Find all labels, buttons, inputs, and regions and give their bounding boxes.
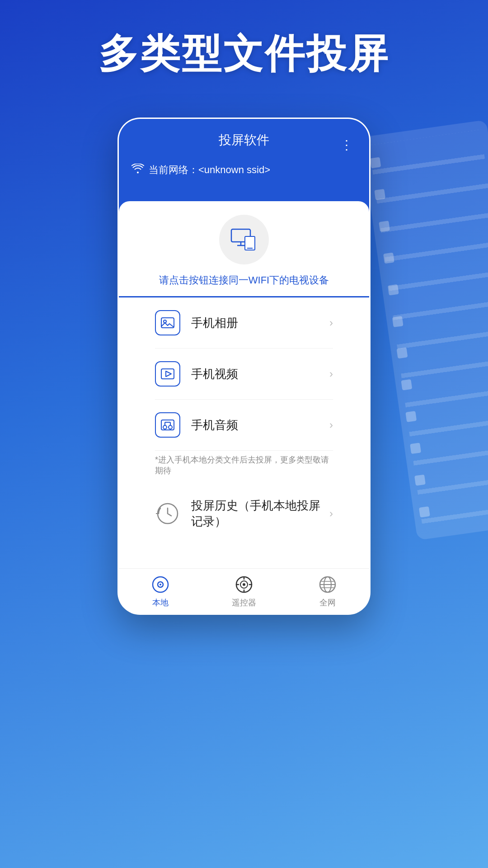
app-title: 投屏软件 xyxy=(219,132,269,149)
video-chevron-icon: › xyxy=(329,368,333,380)
connect-device-button[interactable] xyxy=(219,215,269,264)
svg-point-10 xyxy=(163,425,167,429)
photo-album-item[interactable]: 手机相册 › xyxy=(155,297,333,349)
network-nav-label: 全网 xyxy=(319,597,336,608)
video-label: 手机视频 xyxy=(191,366,329,382)
local-nav-label: 本地 xyxy=(152,597,169,608)
page-title: 多类型文件投屏 xyxy=(0,27,488,81)
bottom-navigation: 本地 遥控器 xyxy=(119,568,369,613)
connect-area: 请点击按钮连接同一WIFI下的电视设备 手机相册 xyxy=(119,188,369,542)
menu-list: 手机相册 › 手机视频 › xyxy=(137,297,351,542)
film-strip-decoration xyxy=(361,120,488,540)
svg-point-11 xyxy=(169,425,172,429)
history-item[interactable]: 投屏历史（手机本地投屏记录） › xyxy=(155,485,333,542)
nav-remote[interactable]: 遥控器 xyxy=(202,575,286,608)
app-header: 投屏软件 ⋮ 当前网络：<unknown ssid> xyxy=(119,119,369,188)
more-menu-button[interactable]: ⋮ xyxy=(337,136,357,154)
photo-chevron-icon: › xyxy=(329,316,333,329)
audio-chevron-icon: › xyxy=(329,419,333,431)
wifi-icon xyxy=(131,164,144,176)
remote-icon xyxy=(234,575,254,594)
connect-inner: 请点击按钮连接同一WIFI下的电视设备 手机相册 xyxy=(119,201,369,542)
remote-nav-label: 遥控器 xyxy=(232,597,256,608)
svg-point-21 xyxy=(243,583,245,586)
nav-local[interactable]: 本地 xyxy=(119,575,202,608)
video-item[interactable]: 手机视频 › xyxy=(155,349,333,400)
svg-point-18 xyxy=(160,584,161,585)
video-icon-box xyxy=(155,361,180,387)
network-status: 当前网络：<unknown ssid> xyxy=(149,163,270,177)
history-icon-box xyxy=(155,501,180,526)
nav-network[interactable]: 全网 xyxy=(286,575,369,608)
connect-prompt-text: 请点击按钮连接同一WIFI下的电视设备 xyxy=(137,274,351,296)
audio-icon-box xyxy=(155,412,180,438)
svg-rect-7 xyxy=(161,369,174,379)
photo-icon-box xyxy=(155,310,180,335)
audio-label: 手机音频 xyxy=(191,417,329,433)
local-icon xyxy=(150,575,170,594)
notice-text: *进入手机本地分类文件后去投屏，更多类型敬请期待 xyxy=(155,451,333,485)
history-chevron-icon: › xyxy=(329,507,333,520)
app-content: 请点击按钮连接同一WIFI下的电视设备 手机相册 xyxy=(119,188,369,587)
photo-album-label: 手机相册 xyxy=(191,315,329,331)
network-icon xyxy=(318,575,338,594)
svg-marker-8 xyxy=(166,371,171,377)
audio-item[interactable]: 手机音频 › xyxy=(155,400,333,451)
phone-mockup: 投屏软件 ⋮ 当前网络：<unknown ssid> xyxy=(117,118,371,615)
history-label: 投屏历史（手机本地投屏记录） xyxy=(191,498,329,529)
